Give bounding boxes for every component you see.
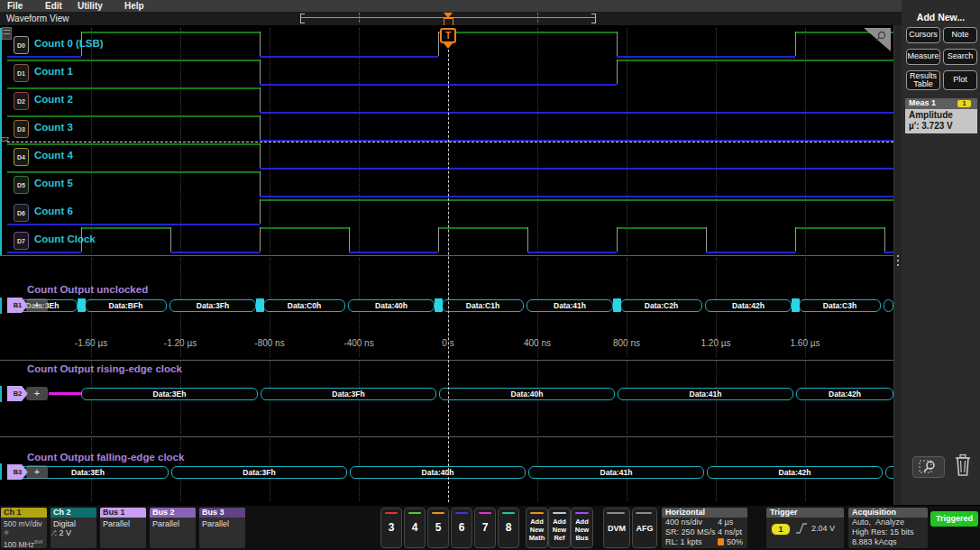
- meas1-value: µ': 3.723 V: [909, 121, 977, 132]
- bus-segment: Data:42h: [707, 466, 883, 479]
- channel3-add-button[interactable]: 3: [380, 508, 402, 548]
- bus-add-handle[interactable]: +: [26, 298, 48, 312]
- digital-wave-D4: [7, 143, 260, 145]
- measure-button[interactable]: Measure: [906, 49, 940, 65]
- channel-label-D6[interactable]: Count 6: [34, 206, 73, 216]
- channel1-badge[interactable]: Ch 1 500 mV/div ⎈ 100 MHzBW: [1, 508, 47, 548]
- trigger-flag[interactable]: T: [440, 28, 456, 43]
- trigger-position-icon: [718, 538, 724, 545]
- search-button[interactable]: Search: [943, 49, 977, 65]
- channel1-bandwidth: 100 MHz: [4, 540, 34, 548]
- channel7-add-button[interactable]: 7: [474, 508, 496, 548]
- bus-segment: Data:41h: [528, 466, 704, 479]
- drag-handle-icon[interactable]: [2, 27, 12, 40]
- bus-segment: Data:C3h: [799, 299, 881, 312]
- draw-zoom-corner-icon[interactable]: [864, 28, 891, 51]
- afg-button[interactable]: AFG: [632, 508, 657, 548]
- channel-badge-D7[interactable]: D7: [14, 232, 29, 250]
- splitter-dot[interactable]: [897, 255, 899, 257]
- menu-utility[interactable]: Utility: [78, 1, 103, 11]
- menu-help[interactable]: Help: [124, 1, 144, 11]
- channel-badge-D6[interactable]: D6: [14, 204, 29, 222]
- cursors-button[interactable]: Cursors: [906, 27, 940, 43]
- acquisition-panel[interactable]: Acquisition Auto, Analyze High Res: 15 b…: [848, 508, 928, 548]
- channel-label-D0[interactable]: Count 0 (LSB): [34, 38, 104, 49]
- bus1-badge[interactable]: Bus 1Parallel: [100, 508, 146, 548]
- horizontal-panel[interactable]: Horizontal 400 ns/div4 µs SR: 250 MS/s4 …: [662, 508, 747, 548]
- bus-title-B1: Count Output unclocked: [27, 284, 148, 295]
- digital-wave-D7: [170, 252, 260, 253]
- channel5-add-button[interactable]: 5: [427, 508, 449, 548]
- add-new-math-button[interactable]: AddNewMath: [526, 508, 548, 548]
- channel-number: 6: [452, 521, 472, 534]
- splitter-dot[interactable]: [897, 260, 899, 261]
- bus-glitch-block: [435, 298, 443, 312]
- channel-label-D7[interactable]: Count Clock: [34, 234, 96, 244]
- channel-label-D4[interactable]: Count 4: [34, 150, 73, 160]
- waveform-view: D0Count 0 (LSB)D1Count 1D2Count 2D3Count…: [0, 25, 893, 505]
- digital-wave-D7: [527, 252, 617, 253]
- channel2-badge[interactable]: Ch 2 Digital ∕: 2 V: [50, 508, 96, 548]
- time-axis-tick: 400 ns: [524, 338, 551, 348]
- bus-segment: Data:C2h: [620, 299, 702, 312]
- tab-bar: Waveform View: [0, 12, 980, 26]
- tab-waveform-view[interactable]: Waveform View: [6, 14, 69, 23]
- channel-label-D5[interactable]: Count 5: [34, 178, 73, 188]
- channel8-add-button[interactable]: 8: [498, 508, 519, 548]
- bus3-badge[interactable]: Bus 3Parallel: [199, 508, 245, 548]
- channel6-add-button[interactable]: 6: [451, 508, 472, 548]
- zoom-box-button[interactable]: [912, 456, 945, 478]
- bus1-type: Parallel: [100, 518, 146, 528]
- delete-trash-button[interactable]: [950, 453, 975, 478]
- bus-badge-B2[interactable]: B2: [7, 386, 28, 401]
- channel-badge-D1[interactable]: D1: [14, 64, 29, 82]
- bus-add-handle[interactable]: +: [26, 387, 48, 400]
- digital-wave-D1: [260, 84, 617, 86]
- bus-segment: [884, 299, 893, 312]
- digital-wave-D2: [260, 112, 893, 114]
- channel-badge-D4[interactable]: D4: [14, 148, 29, 166]
- channel-badge-D3[interactable]: D3: [14, 120, 29, 138]
- time-axis-tick: 1.20 µs: [701, 338, 730, 348]
- channel4-add-button[interactable]: 4: [404, 508, 426, 548]
- channel-badge-D0[interactable]: D0: [14, 36, 29, 54]
- digital-wave-D0: [617, 56, 795, 58]
- menu-edit[interactable]: Edit: [45, 1, 62, 11]
- digital-wave-D7: [617, 227, 706, 229]
- note-button[interactable]: Note: [943, 27, 977, 43]
- channel-label-D2[interactable]: Count 2: [34, 94, 73, 105]
- threshold-marker-label: C2: [1, 136, 9, 142]
- trigger-panel[interactable]: Trigger 1 2.04 V: [766, 508, 844, 548]
- digital-group-marker: [0, 28, 2, 255]
- channel-badge-D2[interactable]: D2: [14, 92, 29, 110]
- add-color-stripe: [575, 512, 589, 514]
- digital-wave-D0: [7, 56, 81, 58]
- bus-add-handle[interactable]: +: [26, 465, 48, 479]
- digital-edge: [260, 87, 261, 112]
- section-divider: [0, 436, 893, 437]
- channel-number: 5: [428, 521, 448, 534]
- channel-label-D3[interactable]: Count 3: [34, 122, 73, 133]
- meas1-body[interactable]: Amplitude µ': 3.723 V: [905, 109, 977, 133]
- add-new-ref-button[interactable]: AddNewRef: [548, 508, 571, 548]
- bus3-type: Parallel: [199, 518, 245, 528]
- time-axis-tick: -400 ns: [343, 338, 373, 348]
- channel-badge-D5[interactable]: D5: [14, 176, 29, 194]
- bus-group-marker: [0, 386, 2, 402]
- digital-edge: [260, 115, 261, 140]
- results-table-button[interactable]: Results Table: [906, 70, 940, 90]
- digital-edge: [617, 227, 618, 252]
- menu-file[interactable]: File: [7, 1, 23, 11]
- bus2-badge[interactable]: Bus 2Parallel: [150, 508, 196, 548]
- bus-glitch-block: [78, 298, 86, 312]
- add-new-bus-button[interactable]: AddNewBus: [571, 508, 593, 548]
- splitter-dot[interactable]: [897, 264, 899, 266]
- digital-wave-D6: [260, 199, 893, 201]
- digital-wave-D7: [438, 227, 527, 229]
- time-axis-tick: -1.20 µs: [164, 338, 197, 348]
- trigger-slope-icon: [795, 522, 808, 535]
- dvm-button[interactable]: DVM: [603, 508, 630, 548]
- channel-label-D1[interactable]: Count 1: [34, 66, 73, 77]
- plot-button[interactable]: Plot: [943, 70, 977, 90]
- digital-wave-D7: [81, 227, 170, 229]
